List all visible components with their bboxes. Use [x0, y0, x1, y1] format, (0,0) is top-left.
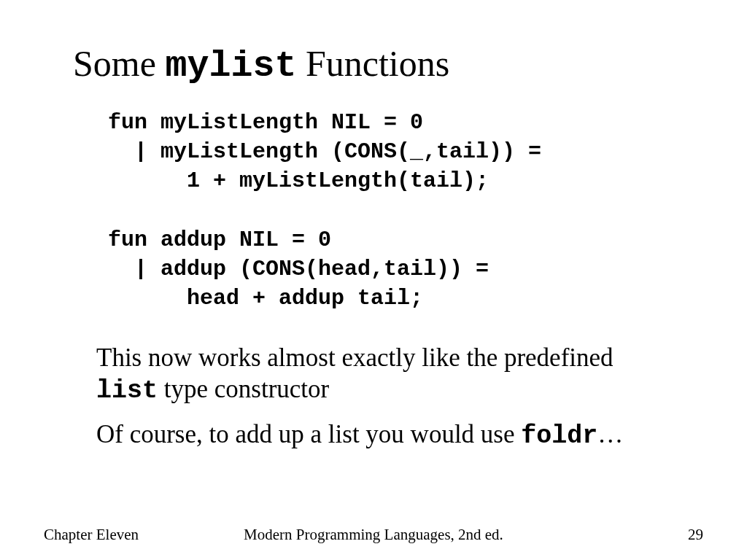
slide-title: Some mylist Functions: [73, 42, 449, 87]
footer-left: Chapter Eleven: [44, 526, 139, 544]
title-post: Functions: [296, 43, 449, 84]
list-item: Of course, to add up a list you would us…: [74, 419, 673, 452]
footer-center: Modern Programming Languages, 2nd ed.: [44, 526, 703, 544]
bullet-post: type constructor: [158, 375, 329, 403]
bullet-list: This now works almost exactly like the p…: [74, 343, 673, 465]
bullet-mono: foldr: [521, 421, 597, 451]
bullet-icon: [74, 419, 96, 427]
bullet-text: Of course, to add up a list you would us…: [96, 419, 623, 452]
code-block: fun myListLength NIL = 0 | myListLength …: [108, 108, 541, 313]
bullet-mono: list: [96, 376, 158, 405]
bullet-icon: [74, 343, 96, 350]
list-item: This now works almost exactly like the p…: [74, 343, 673, 406]
bullet-pre: Of course, to add up a list you would us…: [96, 420, 521, 448]
bullet-text: This now works almost exactly like the p…: [96, 343, 673, 406]
slide-footer: Chapter Eleven Modern Programming Langua…: [44, 526, 703, 544]
bullet-pre: This now works almost exactly like the p…: [96, 343, 614, 372]
title-mono: mylist: [165, 45, 296, 87]
title-pre: Some: [73, 43, 165, 84]
bullet-post: …: [597, 420, 623, 448]
footer-right: 29: [688, 526, 703, 544]
slide: Some mylist Functions fun myListLength N…: [0, 0, 747, 560]
